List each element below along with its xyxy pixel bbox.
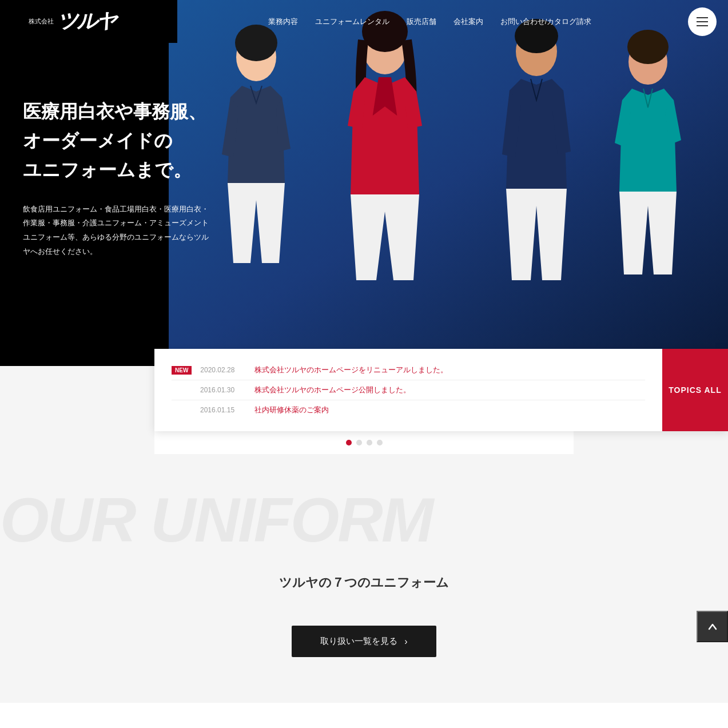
news-item-3: 2016.01.15 社内研修休薬のご案内: [172, 400, 645, 420]
logo-area: 株式会社 ツルヤ: [11, 0, 177, 43]
dot-4[interactable]: [377, 440, 383, 445]
news-date-3: 2016.01.15: [200, 406, 246, 414]
news-link-3[interactable]: 社内研修休薬のご案内: [254, 405, 329, 415]
news-item-2: 2016.01.30 株式会社ツルヤのホームページ公開しました。: [172, 380, 645, 400]
main-nav: 業務内容 ユニフォームレンタル 販売店舗 会社案内 お問い合わせ/カタログ請求: [177, 17, 682, 27]
view-all-button[interactable]: 取り扱い一覧を見る ›: [292, 626, 436, 657]
dot-1[interactable]: [346, 440, 352, 445]
hamburger-line: [697, 17, 708, 18]
watermark-text: OUR UNIFORM: [0, 488, 728, 551]
news-date-1: 2020.02.28: [200, 366, 246, 374]
news-date-2: 2016.01.30: [200, 386, 246, 394]
hamburger-line: [697, 21, 708, 22]
news-badge: NEW: [172, 366, 192, 375]
hamburger-line: [697, 25, 708, 26]
uniform-section-title: ツルヤの７つのユニフォーム: [0, 563, 728, 591]
uniform-grid-section: ツルヤの７つのユニフォーム 取り扱い一覧を見る ›: [0, 563, 728, 703]
logo-kanji: 株式会社: [29, 17, 54, 26]
news-list: NEW 2020.02.28 株式会社ツルヤのホームページをリニューアルしました…: [154, 349, 662, 431]
menu-button[interactable]: [688, 7, 717, 36]
pagination-dots: [154, 431, 574, 454]
topics-all-button[interactable]: TOPICS ALL: [662, 349, 728, 431]
chevron-right-icon: ›: [404, 636, 407, 647]
hero-headline: 医療用白衣や事務服、 オーダーメイドの ユニフォームまで。: [23, 97, 252, 185]
nav-item-4[interactable]: 会社案内: [453, 17, 483, 27]
hero-section: 医療用白衣や事務服、 オーダーメイドの ユニフォームまで。 飲食店用ユニフォーム…: [0, 0, 728, 366]
dot-2[interactable]: [356, 440, 362, 445]
dot-3[interactable]: [367, 440, 372, 445]
uniform-section: OUR UNIFORM: [0, 454, 728, 563]
news-link-2[interactable]: 株式会社ツルヤのホームページ公開しました。: [254, 385, 411, 395]
chevron-up-icon-2: [707, 621, 718, 632]
hero-background-image: [168, 0, 728, 366]
logo-text: ツルヤ: [57, 7, 116, 35]
news-item-1: NEW 2020.02.28 株式会社ツルヤのホームページをリニューアルしました…: [172, 360, 645, 380]
scroll-top-button-2[interactable]: [697, 611, 728, 642]
nav-item-1[interactable]: 業務内容: [268, 17, 298, 27]
nav-item-3[interactable]: 販売店舗: [407, 17, 436, 27]
hero-description: 飲食店用ユニフォーム・食品工場用白衣・医療用白衣・作業服・事務服・介護ユニフォー…: [23, 202, 212, 259]
news-link-1[interactable]: 株式会社ツルヤのホームページをリニューアルしました。: [254, 365, 448, 375]
nav-item-5[interactable]: お問い合わせ/カタログ請求: [500, 17, 592, 27]
nav-item-2[interactable]: ユニフォームレンタル: [315, 17, 389, 27]
